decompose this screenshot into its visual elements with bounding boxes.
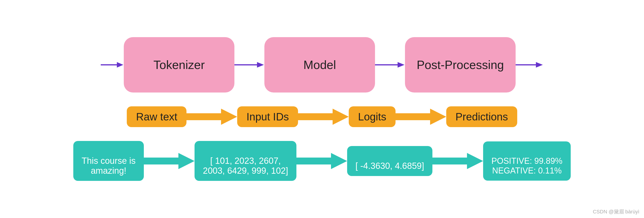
arrow-orange-3 (396, 109, 446, 125)
pipeline-row: Tokenizer Model Post-Processing (101, 37, 543, 93)
postprocessing-box: Post-Processing (405, 37, 516, 93)
svg-marker-1 (117, 62, 123, 68)
svg-marker-7 (536, 62, 543, 68)
arrow-in-left (101, 61, 124, 68)
label-raw-text: Raw text (127, 106, 186, 127)
arrow-teal-2 (296, 153, 347, 169)
svg-marker-13 (432, 153, 483, 169)
svg-marker-5 (398, 62, 404, 68)
svg-marker-3 (257, 62, 264, 68)
tokenizer-box: Tokenizer (124, 37, 234, 93)
label-predictions: Predictions (446, 106, 517, 127)
arrow-out-right (516, 61, 543, 68)
arrow-orange-2 (298, 109, 349, 125)
svg-marker-11 (144, 153, 194, 169)
svg-marker-9 (298, 109, 349, 125)
main-container: Tokenizer Model Post-Processing Raw text (0, 0, 644, 218)
label-input-ids: Input IDs (237, 106, 298, 127)
svg-marker-8 (186, 109, 237, 125)
model-label: Model (303, 58, 336, 72)
data-predictions: POSITIVE: 99.89% NEGATIVE: 0.11% (483, 141, 571, 181)
arrow-model-postproc (375, 61, 405, 68)
svg-marker-10 (396, 109, 446, 125)
arrow-teal-3 (432, 153, 483, 169)
label-logits: Logits (349, 106, 396, 127)
data-input-ids: [ 101, 2023, 2607, 2003, 6429, 999, 102] (194, 141, 296, 181)
arrow-teal-1 (144, 153, 194, 169)
watermark: CSDN @黛眉 bàrùyì (593, 208, 640, 215)
data-row: This course is amazing! [ 101, 2023, 260… (73, 141, 571, 181)
data-raw-text: This course is amazing! (73, 141, 144, 181)
arrow-orange-1 (186, 109, 237, 125)
model-box: Model (264, 37, 375, 93)
data-logits: [ -4.3630, 4.6859] (347, 146, 432, 176)
svg-marker-12 (296, 153, 347, 169)
tokenizer-label: Tokenizer (154, 58, 205, 72)
postprocessing-label: Post-Processing (417, 58, 504, 72)
labels-row: Raw text Input IDs Logits Predictions (127, 106, 517, 127)
arrow-tokenizer-model (234, 61, 264, 68)
